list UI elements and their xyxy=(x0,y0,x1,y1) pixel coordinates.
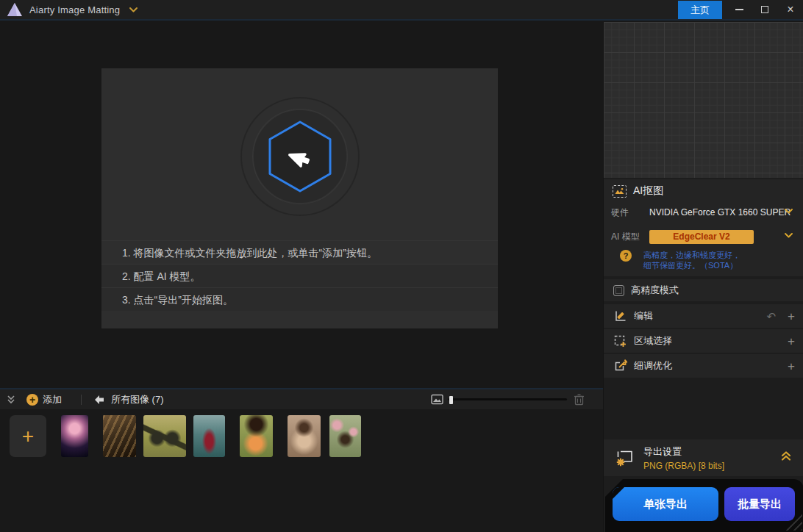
hardware-label: 硬件 xyxy=(611,206,649,219)
title-bar: Aiarty Image Matting 主页 × xyxy=(0,0,803,21)
model-chevron-down-icon[interactable] xyxy=(784,232,793,239)
thumbnail-forest-roots[interactable] xyxy=(103,415,136,457)
maximize-icon xyxy=(761,6,768,13)
ai-matting-section: AI抠图 硬件 NVIDIA GeForce GTX 1660 SUPER AI… xyxy=(604,179,803,276)
all-images-back-button[interactable]: 所有图像 (7) xyxy=(93,393,164,406)
ai-matting-icon xyxy=(613,185,627,198)
batch-export-button[interactable]: 批量导出 xyxy=(724,487,795,521)
export-settings-row[interactable]: 导出设置 PNG (RGBA) [8 bits] xyxy=(604,439,803,476)
thumbnail-mountain-bike[interactable] xyxy=(143,415,186,457)
delete-image-button[interactable] xyxy=(574,393,585,406)
home-button[interactable]: 主页 xyxy=(678,1,722,19)
instruction-step-3: 3. 点击“导出”开始抠图。 xyxy=(101,287,498,311)
export-settings-texts: 导出设置 PNG (RGBA) [8 bits] xyxy=(643,445,724,471)
back-arrow-icon xyxy=(93,395,105,405)
drop-hexagon-cursor-icon xyxy=(223,79,377,234)
edit-icon xyxy=(613,309,627,323)
bottom-toolbar: + 添加 所有图像 (7) xyxy=(0,389,603,409)
precision-mode-row: 高精度模式 xyxy=(604,279,803,301)
ai-matting-header: AI抠图 xyxy=(604,179,803,203)
precision-mode-label: 高精度模式 xyxy=(631,284,679,297)
app-menu-chevron-down-icon[interactable] xyxy=(129,7,138,13)
export-settings-icon xyxy=(614,447,636,469)
thumbnail-size-controls xyxy=(431,389,567,409)
instruction-steps: 1. 将图像文件或文件夹拖放到此处，或单击“添加”按钮。 2. 配置 AI 模型… xyxy=(101,240,498,311)
app-logo-icon xyxy=(6,2,24,17)
thumbnail-size-image-icon xyxy=(431,394,443,405)
trash-icon xyxy=(574,393,585,406)
region-select-icon xyxy=(613,334,627,348)
model-row: AI 模型 EdgeClear V2 xyxy=(604,227,803,246)
add-plus-icon: + xyxy=(26,394,38,406)
thumbnail-woman-red-dress[interactable] xyxy=(193,415,225,457)
add-label: 添加 xyxy=(43,393,62,406)
collapse-panel-double-chevron-down-icon[interactable] xyxy=(6,394,16,405)
hardware-row: 硬件 NVIDIA GeForce GTX 1660 SUPER xyxy=(604,203,803,222)
panel-fine-tune-label: 细调优化 xyxy=(634,359,672,373)
add-image-tile[interactable]: + xyxy=(10,415,46,457)
thumbnail-size-slider[interactable] xyxy=(448,395,567,404)
preview-transparency-grid xyxy=(604,22,803,178)
fine-tune-icon xyxy=(613,359,627,373)
slider-track xyxy=(448,398,567,400)
model-select[interactable]: EdgeClear V2 xyxy=(649,230,754,244)
hardware-chevron-down-icon[interactable] xyxy=(784,208,793,215)
all-images-label: 所有图像 (7) xyxy=(111,393,164,406)
minimize-button[interactable] xyxy=(729,0,749,19)
close-button[interactable]: × xyxy=(781,0,800,19)
export-settings-title: 导出设置 xyxy=(643,445,724,459)
thumbnail-jellyfish[interactable] xyxy=(61,415,88,457)
app-title: Aiarty Image Matting xyxy=(29,4,120,15)
model-tip-line2: 细节保留更好。（SOTA） xyxy=(643,260,740,270)
thumbnail-woman-orange-bouquet[interactable] xyxy=(240,415,273,457)
thumbnail-woman-sepia-garden[interactable] xyxy=(288,415,321,457)
precision-mode-checkbox[interactable] xyxy=(613,285,624,296)
add-images-button[interactable]: + 添加 xyxy=(26,393,62,406)
panel-edit-expand-icon[interactable]: + xyxy=(788,310,795,323)
panel-fine-tune-expand-icon[interactable]: + xyxy=(788,360,795,373)
ai-matting-title: AI抠图 xyxy=(633,184,663,198)
help-icon[interactable]: ? xyxy=(620,250,632,262)
instruction-step-2: 2. 配置 AI 模型。 xyxy=(101,264,498,287)
export-button-dock: 单张导出 批量导出 xyxy=(605,479,803,532)
panel-region-expand-icon[interactable]: + xyxy=(788,335,795,348)
hardware-value[interactable]: NVIDIA GeForce GTX 1660 SUPER xyxy=(649,207,790,218)
export-double-chevron-up-icon[interactable] xyxy=(780,450,792,461)
panel-region-select[interactable]: 区域选择 + xyxy=(604,329,803,353)
slider-handle[interactable] xyxy=(449,396,453,404)
right-sidebar: AI抠图 硬件 NVIDIA GeForce GTX 1660 SUPER AI… xyxy=(603,22,803,532)
model-tip-text: 高精度，边缘和锐度更好， 细节保留更好。（SOTA） xyxy=(643,250,740,270)
panel-edit[interactable]: 编辑 ↶ + xyxy=(604,304,803,328)
undo-icon[interactable]: ↶ xyxy=(766,311,776,322)
panel-fine-tune[interactable]: 细调优化 + xyxy=(604,354,803,378)
single-export-button[interactable]: 单张导出 xyxy=(613,487,718,521)
main-canvas: 1. 将图像文件或文件夹拖放到此处，或单击“添加”按钮。 2. 配置 AI 模型… xyxy=(0,22,603,388)
minimize-icon xyxy=(735,9,743,10)
model-tip-row: ? 高精度，边缘和锐度更好， 细节保留更好。（SOTA） xyxy=(604,250,803,270)
instruction-step-1: 1. 将图像文件或文件夹拖放到此处，或单击“添加”按钮。 xyxy=(101,240,498,264)
panel-edit-label: 编辑 xyxy=(634,309,653,323)
maximize-button[interactable] xyxy=(755,0,774,19)
model-label: AI 模型 xyxy=(611,231,649,243)
drop-area[interactable]: 1. 将图像文件或文件夹拖放到此处，或单击“添加”按钮。 2. 配置 AI 模型… xyxy=(101,68,498,328)
panel-region-select-label: 区域选择 xyxy=(634,334,672,348)
thumbnail-woman-pink-flowers[interactable] xyxy=(329,415,361,457)
thumbnail-strip: + xyxy=(0,409,603,532)
model-tip-line1: 高精度，边缘和锐度更好， xyxy=(643,250,740,260)
toolbar-divider xyxy=(81,395,82,405)
export-format-value: PNG (RGBA) [8 bits] xyxy=(643,461,724,471)
